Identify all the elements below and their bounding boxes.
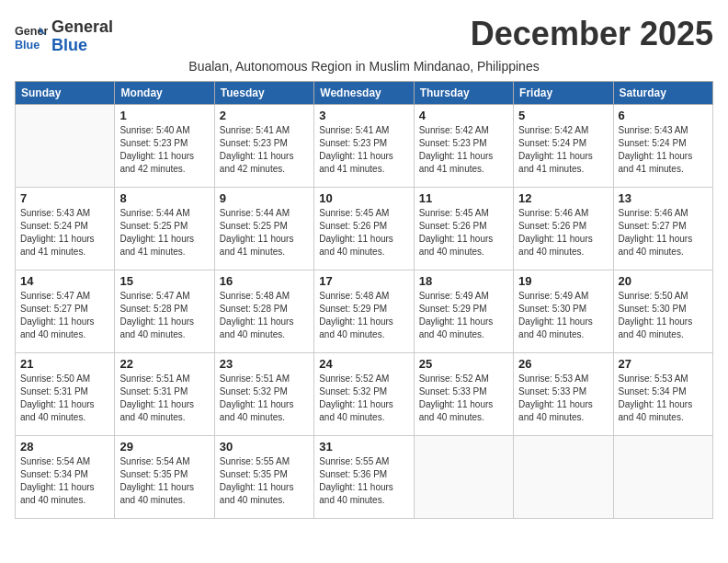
day-info: Sunrise: 5:51 AMSunset: 5:32 PMDaylight:…	[220, 373, 309, 424]
day-info: Sunrise: 5:54 AMSunset: 5:35 PMDaylight:…	[119, 455, 209, 507]
day-number: 18	[419, 274, 508, 288]
day-number: 1	[119, 109, 209, 122]
week-row-1: 1Sunrise: 5:40 AMSunset: 5:23 PMDaylight…	[16, 104, 713, 187]
day-info: Sunrise: 5:45 AMSunset: 5:26 PMDaylight:…	[419, 207, 508, 259]
day-cell: 13Sunrise: 5:46 AMSunset: 5:27 PMDayligh…	[613, 187, 712, 270]
day-cell: 23Sunrise: 5:51 AMSunset: 5:32 PMDayligh…	[214, 352, 313, 435]
day-number: 31	[319, 440, 408, 454]
logo: General Blue General Blue	[15, 18, 113, 55]
calendar-body: 1Sunrise: 5:40 AMSunset: 5:23 PMDaylight…	[16, 104, 713, 518]
day-number: 25	[419, 357, 508, 371]
week-row-5: 28Sunrise: 5:54 AMSunset: 5:34 PMDayligh…	[16, 435, 713, 518]
logo-icon: General Blue	[15, 20, 48, 53]
day-cell: 16Sunrise: 5:48 AMSunset: 5:28 PMDayligh…	[214, 270, 313, 352]
day-number: 9	[220, 191, 309, 205]
day-info: Sunrise: 5:51 AMSunset: 5:31 PMDaylight:…	[119, 373, 209, 424]
header-row: SundayMondayTuesdayWednesdayThursdayFrid…	[16, 81, 713, 104]
logo-general: General	[51, 17, 113, 36]
header-cell-friday: Friday	[514, 81, 613, 104]
calendar-header: SundayMondayTuesdayWednesdayThursdayFrid…	[16, 81, 713, 104]
day-info: Sunrise: 5:49 AMSunset: 5:29 PMDaylight:…	[419, 290, 508, 341]
day-info: Sunrise: 5:43 AMSunset: 5:24 PMDaylight:…	[20, 207, 109, 259]
day-info: Sunrise: 5:48 AMSunset: 5:29 PMDaylight:…	[319, 290, 408, 341]
day-number: 8	[119, 191, 209, 205]
header-cell-thursday: Thursday	[414, 81, 513, 104]
day-cell: 14Sunrise: 5:47 AMSunset: 5:27 PMDayligh…	[16, 270, 115, 352]
day-cell: 30Sunrise: 5:55 AMSunset: 5:35 PMDayligh…	[214, 435, 313, 518]
day-number: 22	[119, 357, 209, 371]
day-info: Sunrise: 5:41 AMSunset: 5:23 PMDaylight:…	[220, 124, 309, 176]
day-cell: 10Sunrise: 5:45 AMSunset: 5:26 PMDayligh…	[314, 187, 414, 270]
subtitle: Bualan, Autonomous Region in Muslim Mind…	[15, 59, 713, 74]
day-number: 16	[220, 274, 309, 288]
day-number: 13	[619, 191, 708, 205]
day-number: 7	[20, 191, 109, 205]
day-cell: 7Sunrise: 5:43 AMSunset: 5:24 PMDaylight…	[16, 187, 115, 270]
day-info: Sunrise: 5:46 AMSunset: 5:27 PMDaylight:…	[619, 207, 708, 259]
day-cell	[613, 435, 712, 518]
day-number: 5	[518, 109, 608, 122]
day-number: 12	[518, 191, 608, 205]
day-number: 4	[419, 109, 508, 122]
day-cell: 11Sunrise: 5:45 AMSunset: 5:26 PMDayligh…	[414, 187, 513, 270]
day-info: Sunrise: 5:41 AMSunset: 5:23 PMDaylight:…	[319, 124, 408, 176]
day-cell: 8Sunrise: 5:44 AMSunset: 5:25 PMDaylight…	[115, 187, 214, 270]
day-cell	[414, 435, 513, 518]
day-info: Sunrise: 5:44 AMSunset: 5:25 PMDaylight:…	[220, 207, 309, 259]
day-info: Sunrise: 5:53 AMSunset: 5:33 PMDaylight:…	[518, 373, 608, 424]
day-number: 23	[220, 357, 309, 371]
day-info: Sunrise: 5:54 AMSunset: 5:34 PMDaylight:…	[20, 455, 109, 507]
day-cell: 28Sunrise: 5:54 AMSunset: 5:34 PMDayligh…	[16, 435, 115, 518]
day-info: Sunrise: 5:49 AMSunset: 5:30 PMDaylight:…	[518, 290, 608, 341]
day-number: 2	[220, 109, 309, 122]
day-cell: 3Sunrise: 5:41 AMSunset: 5:23 PMDaylight…	[314, 104, 414, 187]
day-number: 3	[319, 109, 408, 122]
header-cell-sunday: Sunday	[16, 81, 115, 104]
day-number: 6	[619, 109, 708, 122]
header: General Blue General Blue December 2025	[15, 15, 713, 55]
day-number: 10	[319, 191, 408, 205]
day-cell: 4Sunrise: 5:42 AMSunset: 5:23 PMDaylight…	[414, 104, 513, 187]
day-cell: 29Sunrise: 5:54 AMSunset: 5:35 PMDayligh…	[115, 435, 214, 518]
day-cell: 15Sunrise: 5:47 AMSunset: 5:28 PMDayligh…	[115, 270, 214, 352]
day-cell: 17Sunrise: 5:48 AMSunset: 5:29 PMDayligh…	[314, 270, 414, 352]
day-info: Sunrise: 5:50 AMSunset: 5:30 PMDaylight:…	[619, 290, 708, 341]
header-cell-monday: Monday	[115, 81, 214, 104]
day-number: 28	[20, 440, 109, 454]
day-info: Sunrise: 5:53 AMSunset: 5:34 PMDaylight:…	[619, 373, 708, 424]
day-number: 26	[518, 357, 608, 371]
svg-text:Blue: Blue	[15, 38, 40, 51]
day-number: 11	[419, 191, 508, 205]
day-number: 17	[319, 274, 408, 288]
day-cell: 12Sunrise: 5:46 AMSunset: 5:26 PMDayligh…	[514, 187, 613, 270]
day-info: Sunrise: 5:55 AMSunset: 5:35 PMDaylight:…	[220, 455, 309, 507]
day-number: 14	[20, 274, 109, 288]
day-cell: 24Sunrise: 5:52 AMSunset: 5:32 PMDayligh…	[314, 352, 414, 435]
calendar-table: SundayMondayTuesdayWednesdayThursdayFrid…	[15, 81, 713, 519]
day-cell	[514, 435, 613, 518]
logo-blue: Blue	[51, 36, 87, 54]
day-info: Sunrise: 5:44 AMSunset: 5:25 PMDaylight:…	[119, 207, 209, 259]
day-info: Sunrise: 5:43 AMSunset: 5:24 PMDaylight:…	[619, 124, 708, 176]
day-info: Sunrise: 5:42 AMSunset: 5:23 PMDaylight:…	[419, 124, 508, 176]
day-number: 24	[319, 357, 408, 371]
day-cell: 6Sunrise: 5:43 AMSunset: 5:24 PMDaylight…	[613, 104, 712, 187]
day-info: Sunrise: 5:52 AMSunset: 5:32 PMDaylight:…	[319, 373, 408, 424]
day-cell: 19Sunrise: 5:49 AMSunset: 5:30 PMDayligh…	[514, 270, 613, 352]
week-row-2: 7Sunrise: 5:43 AMSunset: 5:24 PMDaylight…	[16, 187, 713, 270]
day-cell: 2Sunrise: 5:41 AMSunset: 5:23 PMDaylight…	[214, 104, 313, 187]
day-info: Sunrise: 5:55 AMSunset: 5:36 PMDaylight:…	[319, 455, 408, 507]
day-info: Sunrise: 5:48 AMSunset: 5:28 PMDaylight:…	[220, 290, 309, 341]
day-number: 27	[619, 357, 708, 371]
day-info: Sunrise: 5:47 AMSunset: 5:27 PMDaylight:…	[20, 290, 109, 341]
day-info: Sunrise: 5:40 AMSunset: 5:23 PMDaylight:…	[119, 124, 209, 176]
day-cell: 25Sunrise: 5:52 AMSunset: 5:33 PMDayligh…	[414, 352, 513, 435]
logo-text: General Blue	[51, 18, 113, 55]
day-number: 19	[518, 274, 608, 288]
day-cell: 22Sunrise: 5:51 AMSunset: 5:31 PMDayligh…	[115, 352, 214, 435]
day-number: 30	[220, 440, 309, 454]
day-cell	[16, 104, 115, 187]
day-info: Sunrise: 5:50 AMSunset: 5:31 PMDaylight:…	[20, 373, 109, 424]
day-number: 20	[619, 274, 708, 288]
day-info: Sunrise: 5:46 AMSunset: 5:26 PMDaylight:…	[518, 207, 608, 259]
